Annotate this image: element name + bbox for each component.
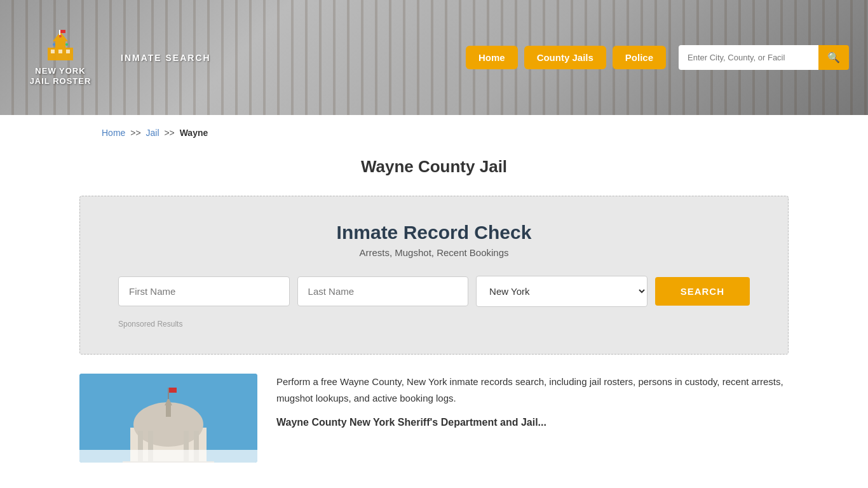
header-search-bar: 🔍 <box>679 45 849 70</box>
breadcrumb-home-link[interactable]: Home <box>102 128 125 138</box>
svg-point-10 <box>65 43 68 46</box>
logo-text: NEW YORK JAIL ROSTER <box>30 66 92 86</box>
svg-rect-3 <box>59 30 60 35</box>
content-next-heading: Wayne County New York Sheriff's Departme… <box>276 414 789 431</box>
svg-rect-5 <box>51 50 55 53</box>
logo-area: NEW YORK JAIL ROSTER <box>19 29 102 86</box>
first-name-input[interactable] <box>118 276 290 306</box>
svg-point-9 <box>59 35 62 37</box>
nav-county-jails-button[interactable]: County Jails <box>524 46 606 69</box>
header-search-input[interactable] <box>679 45 818 70</box>
breadcrumb-current: Wayne <box>180 128 208 138</box>
inmate-search-label: INMATE SEARCH <box>121 53 211 63</box>
search-panel-subtitle: Arrests, Mugshot, Recent Bookings <box>118 247 750 258</box>
capitol-svg <box>79 374 257 463</box>
last-name-input[interactable] <box>297 276 469 306</box>
logo-icon <box>41 29 79 64</box>
content-description: Perform a free Wayne County, New York in… <box>276 374 789 406</box>
breadcrumb: Home >> Jail >> Wayne <box>0 115 868 151</box>
svg-rect-1 <box>55 41 65 49</box>
svg-rect-16 <box>168 388 169 399</box>
breadcrumb-sep1: >> <box>130 128 140 138</box>
svg-rect-23 <box>79 450 257 463</box>
svg-rect-7 <box>66 50 70 53</box>
page-title: Wayne County Jail <box>0 157 868 177</box>
content-text: Perform a free Wayne County, New York in… <box>276 374 789 463</box>
content-image <box>79 374 257 463</box>
search-button[interactable]: SEARCH <box>655 277 750 306</box>
search-panel-title: Inmate Record Check <box>118 222 750 243</box>
svg-rect-4 <box>60 30 65 33</box>
header-search-button[interactable]: 🔍 <box>818 45 849 70</box>
sponsored-results-label: Sponsored Results <box>118 320 750 329</box>
svg-rect-6 <box>58 50 62 53</box>
state-select[interactable]: AlabamaAlaskaArizonaArkansasCaliforniaCo… <box>476 276 648 307</box>
svg-rect-14 <box>166 404 171 417</box>
search-panel: Inmate Record Check Arrests, Mugshot, Re… <box>79 196 789 355</box>
svg-point-8 <box>53 43 55 46</box>
nav-police-button[interactable]: Police <box>613 46 666 69</box>
breadcrumb-jail-link[interactable]: Jail <box>146 128 159 138</box>
nav-home-button[interactable]: Home <box>466 46 518 69</box>
content-area: Perform a free Wayne County, New York in… <box>79 374 789 463</box>
site-header: NEW YORK JAIL ROSTER INMATE SEARCH Home … <box>0 0 868 115</box>
breadcrumb-sep2: >> <box>164 128 174 138</box>
search-fields: AlabamaAlaskaArizonaArkansasCaliforniaCo… <box>118 276 750 307</box>
nav-links: Home County Jails Police 🔍 <box>466 45 849 70</box>
svg-rect-17 <box>169 388 177 393</box>
